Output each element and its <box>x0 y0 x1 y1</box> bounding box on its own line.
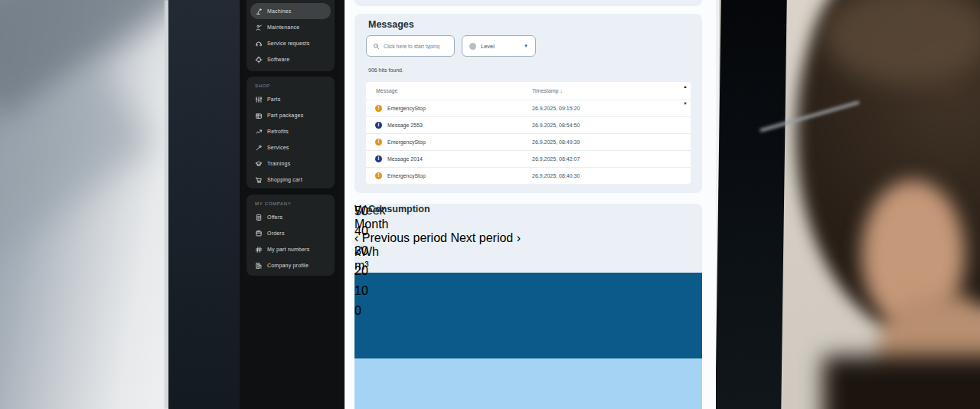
sidebar-item-services[interactable]: Services <box>250 139 331 155</box>
sidebar-item-label: Maintenance <box>267 25 299 30</box>
chevron-right-icon: › <box>517 231 521 244</box>
part-packages-icon <box>255 112 263 119</box>
sidebar: MachinesMaintenanceService requestsSoftw… <box>240 0 345 409</box>
sidebar-item-software[interactable]: Software <box>250 51 331 67</box>
message-cell: EmergencyStop <box>387 173 426 178</box>
timestamp-cell: 26.9.2025, 08:49:39 <box>532 139 580 145</box>
left-axis-tick: 10 <box>354 284 382 298</box>
sidebar-item-label: Service requests <box>267 41 309 46</box>
blurred-person-foreground <box>716 0 980 409</box>
level-icon <box>469 43 476 50</box>
sidebar-group-machines: MachinesMaintenanceService requestsSoftw… <box>247 0 335 71</box>
sidebar-item-machines[interactable]: Machines <box>250 3 331 19</box>
table-header: Message Timestamp ↓ <box>366 82 691 100</box>
machines-icon <box>255 8 263 15</box>
table-row[interactable]: iMessage 201426.9.2025, 08:42:07 <box>366 150 691 167</box>
left-axis-tick: 20 <box>354 264 382 278</box>
compressed-air-bar <box>354 358 702 409</box>
sidebar-item-label: Offers <box>267 214 283 220</box>
level-filter-dropdown[interactable]: Level ▼ <box>462 35 536 57</box>
table-row[interactable]: !EmergencyStop26.9.2025, 08:49:39 <box>366 133 691 150</box>
monitor-bezel-right <box>716 0 787 409</box>
sidebar-section-label: SHOP <box>250 81 331 91</box>
sidebar-item-parts[interactable]: Parts <box>250 91 331 107</box>
services-icon <box>255 144 263 152</box>
left-axis-tick: 0 <box>354 304 382 318</box>
sidebar-item-label: Machines <box>267 8 292 14</box>
shopping-cart-icon <box>255 176 263 184</box>
sidebar-item-label: Orders <box>267 231 285 236</box>
consumption-panel: Consumption Week Month ‹ Previous period… <box>354 204 702 409</box>
orders-icon <box>255 230 263 237</box>
column-header-timestamp[interactable]: Timestamp ↓ <box>532 88 563 93</box>
left-axis-unit-label: kWh <box>354 245 702 259</box>
left-axis-tick: 50 <box>354 204 382 218</box>
sort-descending-icon: ↓ <box>560 88 563 93</box>
tab-month[interactable]: Month <box>354 218 702 231</box>
sidebar-group-shop: SHOP PartsPart packagesRetrofitsServices… <box>247 77 335 188</box>
sidebar-item-label: Retrofits <box>267 129 289 134</box>
sidebar-item-orders[interactable]: Orders <box>250 225 331 241</box>
sidebar-item-label: Part packages <box>267 113 303 118</box>
sidebar-item-label: Trainings <box>267 161 290 166</box>
sidebar-section-label: MY COMPANY <box>250 199 331 209</box>
info-icon: i <box>375 122 382 129</box>
level-label: Level <box>481 43 519 50</box>
card-partial-top <box>354 0 702 6</box>
info-icon: i <box>375 155 382 162</box>
screen: MachinesMaintenanceService requestsSoftw… <box>240 0 716 409</box>
sidebar-item-label: Parts <box>267 97 280 102</box>
sidebar-item-trainings[interactable]: Trainings <box>250 155 331 172</box>
message-search-field[interactable] <box>366 35 455 57</box>
electricity-bar <box>354 273 702 358</box>
scroll-down-icon[interactable]: ▼ <box>683 101 687 106</box>
search-icon <box>373 43 380 50</box>
table-row[interactable]: !EmergencyStop26.9.2025, 09:15:20 <box>366 100 691 116</box>
sidebar-item-label: Company profile <box>267 263 309 268</box>
table-scrollbar[interactable]: ▲ ▼ <box>682 84 688 182</box>
hits-count: 906 hits found. <box>368 67 403 73</box>
timestamp-cell: 26.9.2025, 08:42:07 <box>532 156 580 162</box>
sidebar-item-service-requests[interactable]: Service requests <box>250 35 331 51</box>
scrollbar-thumb[interactable] <box>684 89 687 101</box>
timestamp-cell: 26.9.2025, 08:54:50 <box>532 123 580 128</box>
photo-scene: MachinesMaintenanceService requestsSoftw… <box>0 0 980 409</box>
message-cell: EmergencyStop <box>387 106 426 111</box>
sidebar-item-my-part-numbers[interactable]: My part numbers <box>250 241 331 257</box>
period-navigation: ‹ Previous period Next period › <box>354 231 702 245</box>
table-row[interactable]: iMessage 255326.9.2025, 08:54:50 <box>366 116 691 133</box>
search-input[interactable] <box>384 44 452 49</box>
next-period-button[interactable]: Next period › <box>450 231 521 244</box>
message-cell: EmergencyStop <box>387 139 426 145</box>
sidebar-item-label: Services <box>267 145 289 150</box>
sidebar-item-label: Shopping cart <box>267 177 302 182</box>
parts-icon <box>255 96 263 103</box>
sidebar-item-maintenance[interactable]: Maintenance <box>250 19 331 35</box>
my-part-numbers-icon <box>255 246 263 254</box>
messages-table: Message Timestamp ↓ !EmergencyStop26.9.2… <box>366 82 691 184</box>
table-row[interactable]: !EmergencyStop26.9.2025, 08:40:30 <box>366 167 691 184</box>
sidebar-item-offers[interactable]: Offers <box>250 209 331 225</box>
chevron-down-icon: ▼ <box>524 44 528 48</box>
person-shoulder <box>823 356 980 409</box>
right-axis-unit-label: m³ <box>354 259 702 273</box>
sidebar-item-shopping-cart[interactable]: Shopping cart <box>250 172 331 188</box>
consumption-bar-chart: kWh m³ 01020304050 04080120160200 Mon 22… <box>354 245 702 409</box>
warning-icon: ! <box>375 172 382 179</box>
sidebar-item-retrofits[interactable]: Retrofits <box>250 123 331 139</box>
messages-title: Messages <box>368 19 414 30</box>
trainings-icon <box>255 160 263 168</box>
sidebar-item-label: My part numbers <box>267 247 310 252</box>
sidebar-item-part-packages[interactable]: Part packages <box>250 107 331 123</box>
company-profile-icon <box>255 262 263 270</box>
warning-icon: ! <box>375 105 382 112</box>
sidebar-item-company-profile[interactable]: Company profile <box>250 257 331 273</box>
sidebar-group-my-company: MY COMPANY OffersOrdersMy part numbersCo… <box>247 195 335 276</box>
monitor-bezel-left <box>168 0 240 409</box>
timestamp-cell: 26.9.2025, 09:15:20 <box>532 106 580 111</box>
software-icon <box>255 56 263 64</box>
sidebar-item-label: Software <box>267 57 289 62</box>
blurred-background-left <box>0 0 240 409</box>
maintenance-icon <box>255 24 263 31</box>
column-header-message[interactable]: Message <box>376 88 397 93</box>
